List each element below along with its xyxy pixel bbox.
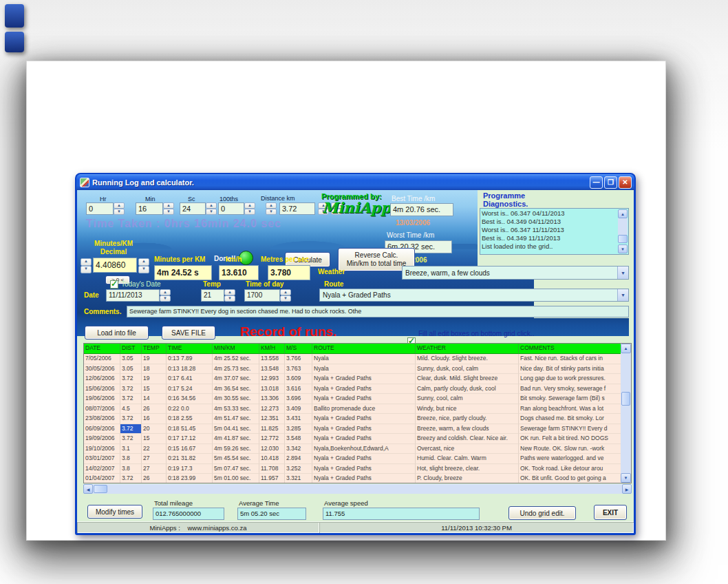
scroll-left-icon[interactable]: ◀ [83, 484, 93, 494]
grid-column-header[interactable]: ROUTE [312, 344, 416, 354]
grid-cell[interactable]: 11.825 [259, 424, 285, 435]
grid-cell[interactable]: 18 [142, 364, 167, 375]
sec-field[interactable]: 24 [180, 202, 206, 215]
todays-date-checkbox[interactable] [110, 280, 118, 289]
runs-grid[interactable]: DATEDISTTEMPTIMEMIN/KMKM/HM/SROUTEWEATHE… [83, 343, 632, 483]
grid-cell[interactable]: 0:21 31.82 [167, 454, 213, 464]
grid-cell[interactable]: Nice day. Bit of stinky parts initia [519, 364, 622, 375]
grid-cell[interactable]: Clear, dusk. Mild. Slight breeze [416, 374, 519, 384]
grid-cell[interactable]: 22 [142, 444, 167, 455]
grid-cell[interactable]: 12.351 [259, 414, 285, 424]
grid-cell[interactable]: 19 [142, 374, 167, 384]
grid-cell[interactable]: Nyala [312, 364, 416, 375]
maximize-button[interactable]: ❐ [604, 176, 617, 189]
grid-cell[interactable]: Nyala + Graded Paths [312, 424, 416, 435]
grid-cell[interactable]: Mild. Cloudy. Slight breeze. [416, 354, 519, 364]
grid-cell[interactable]: P. Cloudy, breeze [416, 474, 519, 483]
grid-cell[interactable]: 06/09/2006 [84, 424, 120, 435]
grid-cell[interactable]: Bad run. Very smoky, sewerage f [519, 384, 622, 395]
grid-cell[interactable]: 0:17 6.41 [167, 374, 213, 384]
date-stepper[interactable]: ▲▼ [160, 289, 171, 302]
table-row[interactable]: 12/06/20063.72190:17 6.414m 37.07 sec.12… [84, 374, 631, 384]
grid-column-header[interactable]: MIN/KM [213, 344, 259, 354]
grid-cell[interactable]: 4m 25.73 sec. [213, 364, 259, 375]
exit-button[interactable]: EXIT [594, 505, 627, 520]
grid-cell[interactable]: 26 [142, 404, 167, 415]
scroll-right-icon[interactable]: ▶ [622, 484, 632, 494]
weather-combo[interactable]: Breeze, warm, a few clouds▼ [402, 266, 629, 280]
hr-stepper[interactable]: ▲▼ [114, 202, 125, 215]
grid-cell[interactable]: 15 [142, 434, 167, 444]
grid-cell[interactable]: 13.018 [259, 384, 285, 395]
grid-cell[interactable]: 0:18 2.55 [167, 414, 213, 424]
time-of-day-field[interactable]: 1700 [244, 289, 280, 302]
grid-cell[interactable]: Nyala + Graded Paths [312, 414, 416, 424]
grid-cell[interactable]: Nyala + Graded Paths [312, 454, 416, 464]
grid-cell[interactable]: 0:13 18.28 [167, 364, 213, 375]
grid-cell[interactable]: Nyala,Boekenhout,Edward,A [312, 444, 416, 455]
grid-cell[interactable]: 3.1 [120, 444, 142, 455]
grid-cell[interactable]: 0:18 23.99 [167, 474, 213, 483]
scroll-up-icon[interactable]: ▲ [621, 344, 631, 353]
scroll-down-icon[interactable]: ▼ [621, 473, 631, 483]
grid-cell[interactable]: 11.708 [259, 464, 285, 474]
grid-cell[interactable]: Sewerage farm STINKY!! Every d [519, 424, 622, 435]
grid-cell[interactable]: OK. Took road. Like detour arou [519, 464, 622, 474]
table-row[interactable]: 15/06/20063.72150:17 5.244m 36.54 sec.13… [84, 384, 631, 395]
grid-column-header[interactable]: KM/H [259, 344, 285, 354]
grid-cell[interactable]: 3.05 [120, 354, 142, 364]
grid-cell[interactable]: 5m 45.54 sec. [213, 454, 259, 464]
grid-cell[interactable]: 5m 07.47 sec. [213, 464, 259, 474]
grid-cell[interactable]: 3.05 [120, 364, 142, 375]
grid-cell[interactable]: 4m 30.55 sec. [213, 394, 259, 404]
scroll-thumb[interactable] [618, 235, 628, 243]
grid-cell[interactable]: Fast. Nice run. Stacks of cars in [519, 354, 622, 364]
grid-cell[interactable]: Paths were waterlogged. and ve [519, 454, 622, 464]
grid-cell[interactable]: 3.763 [285, 364, 312, 375]
grid-cell[interactable]: 3.72 [120, 424, 142, 435]
close-button[interactable]: ✕ [619, 176, 632, 189]
grid-cell[interactable]: New Route. OK. Slow run. -work [519, 444, 622, 455]
grid-cell[interactable]: Nyala [312, 354, 416, 364]
grid-cell[interactable]: 14/02/2007 [84, 464, 120, 474]
grid-cell[interactable]: 12.273 [259, 404, 285, 415]
table-row[interactable]: 08/07/20064.5260:22 0.04m 53.33 sec.12.2… [84, 404, 631, 415]
grid-cell[interactable]: 0:19 17.3 [167, 464, 213, 474]
grid-cell[interactable]: Humid. Clear. Calm. Warm [416, 454, 519, 464]
min-stepper[interactable]: ▲▼ [163, 202, 174, 215]
grid-cell[interactable]: 27 [142, 464, 167, 474]
grid-cell[interactable]: 4m 36.54 sec. [213, 384, 259, 395]
save-file-button[interactable]: SAVE FILE [162, 326, 215, 340]
grid-cell[interactable]: 15/06/2006 [84, 384, 120, 395]
chevron-down-icon[interactable]: ▼ [617, 267, 628, 279]
grid-cell[interactable]: Calm, partly cloudy, dusk, cool [416, 384, 519, 395]
grid-hscrollbar[interactable]: ◀ ▶ [83, 484, 632, 494]
table-row[interactable]: 19/06/20063.72140:16 34.564m 30.55 sec.1… [84, 394, 631, 404]
grid-cell[interactable]: Overcast, nice [416, 444, 519, 455]
grid-cell[interactable]: 14 [142, 394, 167, 404]
grid-cell[interactable]: 3.252 [285, 464, 312, 474]
grid-cell[interactable]: 0:22 0.0 [167, 404, 213, 415]
grid-cell[interactable]: 5m 04.41 sec. [213, 424, 259, 435]
grid-cell[interactable]: 3.616 [285, 384, 312, 395]
grid-cell[interactable]: 23/08/2006 [84, 414, 120, 424]
grid-cell[interactable]: 15 [142, 384, 167, 395]
grid-cell[interactable]: 13.306 [259, 394, 285, 404]
minimize-button[interactable]: — [590, 176, 603, 189]
grid-column-header[interactable]: M/S [285, 344, 312, 354]
grid-cell[interactable]: 12.772 [259, 434, 285, 444]
scroll-thumb[interactable] [621, 392, 630, 406]
grid-cell[interactable]: 11.957 [259, 474, 285, 483]
grid-column-header[interactable]: TIME [167, 344, 213, 354]
load-into-file-button[interactable]: Load into file [85, 326, 149, 340]
grid-cell[interactable]: 3.72 [120, 374, 142, 384]
date-field[interactable]: 11/11/2013 [106, 289, 160, 302]
table-row[interactable]: 03/01/20073.8270:21 31.825m 45.54 sec.10… [84, 454, 631, 464]
temp-stepper[interactable]: ▲▼ [224, 289, 235, 302]
grid-cell[interactable]: 20 [142, 424, 167, 435]
grid-cell[interactable]: 3.548 [285, 434, 312, 444]
grid-column-header[interactable]: COMMENTS [519, 344, 622, 354]
scroll-down-icon[interactable]: ▼ [618, 244, 628, 253]
grid-cell[interactable]: Nyala + Graded Paths [312, 464, 416, 474]
grid-cell[interactable]: 13.548 [259, 364, 285, 375]
